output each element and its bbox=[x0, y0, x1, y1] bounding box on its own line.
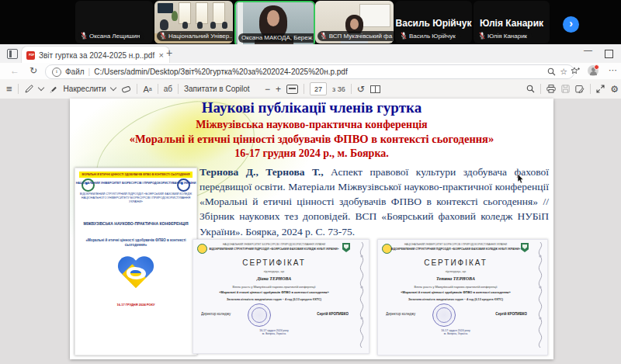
participant-name: Оксана Лещишин bbox=[89, 33, 140, 40]
video-strip: Оксана Лещишин Національний Універ.. bbox=[0, 0, 621, 44]
favorites-star-icon[interactable]: ☆ bbox=[560, 67, 567, 77]
participant-nameplate: Національний Універ.. bbox=[157, 31, 233, 41]
person-silhouette bbox=[182, 22, 188, 29]
slide-title: Наукові публікації членів гуртка bbox=[70, 99, 553, 116]
translate-icon[interactable]: аб bbox=[164, 85, 172, 93]
url-scheme-label: Файл bbox=[65, 68, 85, 76]
zoom-out-icon[interactable]: − bbox=[265, 84, 270, 95]
toc-icon[interactable]: ≡ bbox=[6, 83, 12, 95]
certificate-name: Тетяна ТЕРНОВА bbox=[381, 276, 530, 283]
tab-actions-icon[interactable] bbox=[7, 49, 18, 59]
chevron-right-icon: › bbox=[569, 17, 573, 29]
restore-window-button[interactable] bbox=[605, 50, 613, 58]
chevron-down-icon[interactable] bbox=[110, 85, 116, 91]
signer-role: Директор коледжу bbox=[386, 312, 432, 321]
certificate-date: 16-17 грудня 2024 рокум. Боярка, Україна bbox=[196, 328, 352, 336]
muted-mic-icon bbox=[479, 32, 485, 40]
settings-gear-icon[interactable]: ⚙ bbox=[610, 84, 619, 95]
fullscreen-icon[interactable] bbox=[596, 85, 605, 93]
pen-icon[interactable] bbox=[24, 85, 33, 94]
save-as-icon[interactable] bbox=[575, 85, 585, 93]
video-tile-6[interactable]: Юлія Канарик Юлія Канарик bbox=[474, 1, 550, 43]
ornate-border bbox=[534, 241, 546, 349]
video-tile-5[interactable]: Василь Юрійчук Василь Юрійчук bbox=[395, 1, 472, 43]
participant-display-name: Василь Юрійчук bbox=[395, 18, 472, 29]
url-text: C:/Users/admin/Desktop/Звіт%20гуртка%20з… bbox=[94, 68, 543, 76]
copilot-button[interactable]: Запитати в Copilot bbox=[184, 85, 250, 93]
zoom-in-icon[interactable]: + bbox=[276, 84, 281, 95]
video-tile-2[interactable]: Національний Універ.. bbox=[154, 1, 233, 43]
certificate-participation: Взяла участь у Міжвузівській науково-пра… bbox=[196, 285, 352, 289]
person-silhouette bbox=[210, 22, 216, 29]
browser-tab[interactable]: PDF Звіт гуртка за 2024-2025 н.р..pdf × bbox=[21, 46, 170, 64]
back-icon[interactable]: ← bbox=[10, 65, 19, 76]
pdf-toolbar: ≡ Накреслити Aа аб Запитати bbox=[0, 79, 621, 99]
info-icon[interactable]: i bbox=[52, 68, 61, 77]
new-tab-button[interactable]: + bbox=[166, 47, 172, 59]
certificate-2: НАЦІОНАЛЬНИЙ УНІВЕРСИТЕТ БІОРЕСУРСІВ І П… bbox=[377, 239, 548, 355]
video-tile-3-active-speaker[interactable]: Оксана МАКОДА, Береж.. bbox=[234, 1, 315, 47]
participant-name: Національний Універ.. bbox=[168, 33, 232, 40]
search-document-icon[interactable] bbox=[526, 85, 535, 93]
official-stamp bbox=[432, 303, 456, 327]
video-tile-1[interactable]: Оксана Лещишин bbox=[75, 1, 153, 43]
video-tile-4[interactable]: ВСП Мукачівський фа.. bbox=[315, 1, 394, 43]
certificate-title: СЕРТИФІКАТ bbox=[196, 258, 352, 267]
highlighter-icon[interactable] bbox=[49, 85, 58, 94]
certificate-name: Діана ТЕРНОВА bbox=[196, 276, 352, 283]
chevron-down-icon[interactable] bbox=[37, 85, 43, 91]
fit-to-width-icon[interactable] bbox=[286, 85, 298, 94]
speaker-face bbox=[267, 10, 279, 26]
profile-avatar[interactable] bbox=[588, 65, 598, 76]
certificate-confirms: підтверджує, що bbox=[381, 269, 530, 274]
address-bar-row: ← ↻ i Файл | C:/Users/admin/Desktop/Звіт… bbox=[0, 63, 621, 79]
signer-name: Сергій КРОПИВКО bbox=[294, 312, 349, 321]
address-bar[interactable]: i Файл | C:/Users/admin/Desktop/Звіт%20г… bbox=[45, 64, 574, 79]
minimize-button[interactable]: — bbox=[584, 45, 592, 54]
mouse-cursor bbox=[517, 174, 524, 184]
official-stamp bbox=[248, 303, 271, 327]
room-window bbox=[179, 2, 191, 24]
next-participants-button[interactable]: › bbox=[563, 16, 579, 33]
tab-close-icon[interactable]: × bbox=[158, 50, 165, 60]
participant-nameplate: Оксана Лещишин bbox=[78, 31, 144, 41]
participant-name: ВСП Мукачівський фа.. bbox=[329, 33, 393, 40]
plant bbox=[172, 11, 178, 21]
conference-line-2: «Моральні й етичні цінності здобувачів Ф… bbox=[70, 133, 553, 146]
page-number-input[interactable] bbox=[310, 82, 327, 95]
read-aloud-icon[interactable]: Aа bbox=[143, 85, 151, 94]
certificate-hours: Загальна кількість академічних годин – 4… bbox=[381, 297, 530, 303]
browser-menu-icon[interactable]: ⋯ bbox=[609, 65, 618, 75]
rotate-icon[interactable]: ↺ bbox=[357, 84, 365, 95]
muted-mic-icon bbox=[401, 32, 407, 40]
certificate-confirms: підтверджує, що bbox=[196, 269, 352, 274]
refresh-icon[interactable]: ↻ bbox=[29, 65, 37, 76]
print-icon[interactable] bbox=[546, 85, 556, 93]
certificate-title: СЕРТИФІКАТ bbox=[381, 258, 530, 267]
certificate-signature-row: Директор коледжу Сергій КРОПИВКО bbox=[381, 303, 530, 328]
screen: Оксана Лещишин Національний Універ.. bbox=[0, 0, 621, 364]
muted-mic-icon bbox=[321, 32, 327, 40]
poster-topic: «Моральні й етичні цінності здобувачів Ф… bbox=[75, 238, 196, 249]
save-icon[interactable] bbox=[561, 85, 570, 93]
poster-university: НАЦІОНАЛЬНИЙ УНІВЕРСИТЕТ БІОРЕСУРСІВ І П… bbox=[75, 181, 196, 190]
signer-name: Сергій КРОПИВКО bbox=[473, 312, 527, 321]
participant-nameplate: Юлія Канарик bbox=[476, 31, 532, 41]
room-window bbox=[196, 2, 208, 24]
conference-poster: МОРАЛЬНІ Й ЕТИЧНІ ЦІННОСТІ ЗДОБУВАЧІВ ФП… bbox=[75, 168, 197, 355]
muted-mic-icon bbox=[160, 32, 166, 40]
citation-authors: Тернова Д., Тернова Т., bbox=[199, 166, 324, 178]
certificate-date: 16-17 грудня 2024 рокум. Боярка, Україна bbox=[381, 328, 530, 336]
participant-nameplate: Василь Юрійчук bbox=[397, 31, 460, 41]
draw-label[interactable]: Накреслити bbox=[64, 85, 106, 93]
conference-line-3: 16-17 грудня 2024 р., м. Боярка. bbox=[70, 147, 553, 160]
room-window bbox=[213, 2, 225, 24]
collections-icon[interactable] bbox=[571, 67, 581, 76]
page-view-icon[interactable] bbox=[370, 85, 380, 93]
browser-window: PDF Звіт гуртка за 2024-2025 н.р..pdf × … bbox=[0, 44, 621, 364]
pdf-viewer[interactable]: Наукові публікації членів гуртка Міжвузі… bbox=[0, 99, 621, 364]
participant-name: Юлія Канарик bbox=[487, 33, 527, 40]
search-in-page-icon[interactable] bbox=[547, 68, 556, 76]
participant-name: Василь Юрійчук bbox=[409, 33, 456, 40]
eraser-icon[interactable] bbox=[121, 85, 131, 93]
